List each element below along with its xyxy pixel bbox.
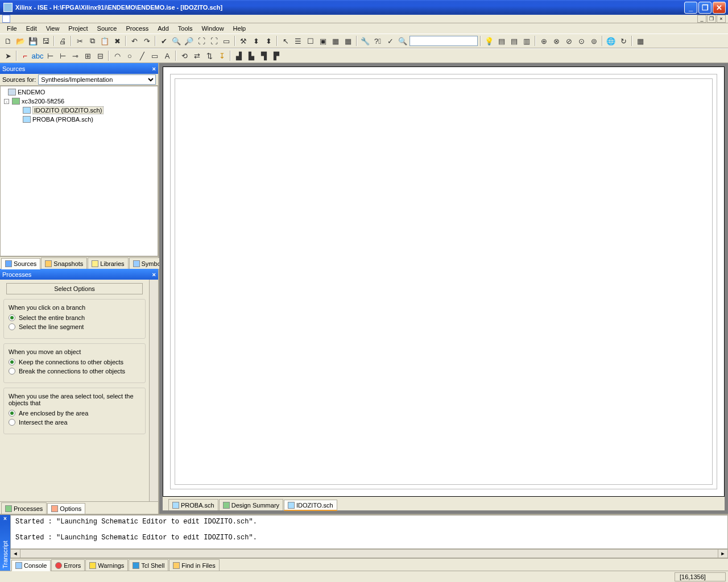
- menu-process[interactable]: Process: [122, 24, 152, 33]
- gate4-icon[interactable]: ⊙: [576, 35, 587, 47]
- refresh-icon[interactable]: ↻: [618, 35, 629, 47]
- new-icon[interactable]: 🗋: [2, 35, 14, 47]
- symbol-icon[interactable]: ⊞: [82, 50, 93, 61]
- editor-tab-proba[interactable]: PROBA.sch: [168, 499, 218, 510]
- bus-icon[interactable]: ⊢: [44, 50, 56, 61]
- print-icon[interactable]: 🖨: [57, 35, 68, 47]
- saveall-icon[interactable]: 🖫: [40, 35, 51, 47]
- mdi-restore-button[interactable]: ❐: [707, 15, 716, 23]
- circle-icon[interactable]: ○: [124, 50, 135, 61]
- check-icon[interactable]: ✔: [158, 35, 169, 47]
- hierarchy-icon[interactable]: ⬍: [250, 35, 262, 47]
- prop-icon[interactable]: ▤: [496, 35, 507, 47]
- menu-view[interactable]: View: [43, 24, 63, 33]
- tree-device[interactable]: xc3s200-5ft256: [22, 98, 64, 105]
- grid-icon[interactable]: ▦: [330, 35, 341, 47]
- zoom-out-icon[interactable]: 🔎: [183, 35, 195, 47]
- radio-break-connections[interactable]: Break the connections to other objects: [9, 368, 140, 375]
- processes-close-icon[interactable]: ×: [152, 271, 156, 278]
- prop2-icon[interactable]: ▤: [508, 35, 520, 47]
- mdi-close-button[interactable]: ×: [717, 15, 726, 23]
- minimize-button[interactable]: _: [684, 2, 697, 14]
- tree-file-proba[interactable]: PROBA (PROBA.sch): [32, 116, 93, 123]
- cut-icon[interactable]: ✂: [74, 35, 85, 47]
- copy-icon[interactable]: ⧉: [86, 35, 98, 47]
- editor-tab-idozito[interactable]: IDOZITO.sch: [284, 500, 337, 511]
- menu-project[interactable]: Project: [65, 24, 91, 33]
- schematic-canvas[interactable]: [163, 66, 725, 497]
- editor-tab-summary[interactable]: Design Summary: [219, 499, 283, 510]
- console-hscroll[interactable]: [10, 549, 728, 558]
- transcript-tab[interactable]: Transcript: [0, 523, 10, 571]
- sources-tree[interactable]: ENDEMO -xc3s200-5ft256 IDOZITO (IDOZITO.…: [0, 86, 158, 256]
- menu-window[interactable]: Window: [198, 24, 227, 33]
- stamp4-icon[interactable]: ▛: [271, 50, 282, 61]
- wire-icon[interactable]: ⌐: [19, 50, 31, 61]
- radio-intersect[interactable]: Intersect the area: [9, 419, 140, 426]
- grid2-icon[interactable]: ▦: [342, 35, 354, 47]
- sheet-icon[interactable]: ▥: [521, 35, 532, 47]
- stamp3-icon[interactable]: ▜: [258, 50, 270, 61]
- tab-libraries[interactable]: Libraries: [88, 257, 128, 269]
- menu-help[interactable]: Help: [230, 24, 250, 33]
- zoom-fit-icon[interactable]: ⛶: [208, 35, 220, 47]
- gate2-icon[interactable]: ⊗: [551, 35, 562, 47]
- tab-options[interactable]: Options: [47, 503, 85, 514]
- layers-icon[interactable]: ☰: [292, 35, 304, 47]
- radio-select-branch[interactable]: Select the entire branch: [9, 314, 140, 321]
- flip2-icon[interactable]: ↧: [216, 50, 228, 61]
- maximize-button[interactable]: ❐: [698, 2, 712, 14]
- radio-keep-connections[interactable]: Keep the connections to other objects: [9, 359, 140, 365]
- window-icon[interactable]: ▣: [317, 35, 329, 47]
- radio-enclosed[interactable]: Are enclosed by the area: [9, 410, 140, 417]
- tab-warnings[interactable]: Warnings: [85, 559, 128, 571]
- radio-select-segment[interactable]: Select the line segment: [9, 323, 140, 330]
- console-output[interactable]: Started : "Launching Schematic Editor to…: [10, 515, 728, 549]
- tree-file-idozito[interactable]: IDOZITO (IDOZITO.sch): [32, 106, 104, 114]
- tab-sources[interactable]: Sources: [1, 258, 40, 269]
- tool-icon[interactable]: ⚒: [238, 35, 249, 47]
- flip-icon[interactable]: ⇅: [204, 50, 215, 61]
- bulb-icon[interactable]: 💡: [483, 35, 495, 47]
- extra-icon[interactable]: ▦: [635, 35, 646, 47]
- help-icon[interactable]: ?⃝: [372, 35, 383, 47]
- symbol2-icon[interactable]: ⊟: [94, 50, 106, 61]
- menu-edit[interactable]: Edit: [23, 24, 40, 33]
- arc-icon[interactable]: ◠: [111, 50, 123, 61]
- select-icon[interactable]: ☐: [305, 35, 316, 47]
- zoom-area-icon[interactable]: ⛶: [196, 35, 207, 47]
- select-tool-icon[interactable]: ➤: [2, 50, 14, 61]
- sources-for-dropdown[interactable]: Synthesis/Implementation: [38, 74, 156, 85]
- undo-icon[interactable]: ↶: [129, 35, 140, 47]
- stamp-icon[interactable]: ▟: [233, 50, 245, 61]
- find-input[interactable]: [410, 36, 478, 46]
- menu-tools[interactable]: Tools: [175, 24, 196, 33]
- stamp2-icon[interactable]: ▙: [246, 50, 257, 61]
- tab-snapshots[interactable]: Snapshots: [41, 257, 87, 269]
- menu-source[interactable]: Source: [94, 24, 121, 33]
- paste-icon[interactable]: 📋: [99, 35, 110, 47]
- zoom-in-icon[interactable]: 🔍: [171, 35, 182, 47]
- bustap-icon[interactable]: ⊢: [57, 50, 68, 61]
- save-icon[interactable]: 💾: [27, 35, 39, 47]
- net-icon[interactable]: abc: [32, 50, 43, 61]
- tab-processes[interactable]: Processes: [1, 502, 47, 514]
- open-icon[interactable]: 📂: [15, 35, 26, 47]
- select-options-button[interactable]: Select Options: [6, 283, 143, 294]
- gate5-icon[interactable]: ⊚: [588, 35, 599, 47]
- tab-tclshell[interactable]: Tcl Shell: [129, 559, 168, 571]
- tab-errors[interactable]: Errors: [51, 559, 85, 571]
- menu-file[interactable]: File: [3, 24, 20, 33]
- rotate-icon[interactable]: ⟲: [179, 50, 190, 61]
- rect-icon[interactable]: ▭: [149, 50, 160, 61]
- wrench-icon[interactable]: 🔧: [359, 35, 371, 47]
- io-icon[interactable]: ⊸: [69, 50, 81, 61]
- text-icon[interactable]: A: [162, 50, 173, 61]
- sources-close-icon[interactable]: ×: [152, 65, 156, 72]
- mirror-icon[interactable]: ⇄: [191, 50, 202, 61]
- delete-icon[interactable]: ✖: [111, 35, 123, 47]
- close-button[interactable]: ✕: [713, 2, 726, 14]
- globe-icon[interactable]: 🌐: [605, 35, 617, 47]
- console-close-icon[interactable]: ×: [0, 515, 10, 523]
- redo-icon[interactable]: ↷: [141, 35, 152, 47]
